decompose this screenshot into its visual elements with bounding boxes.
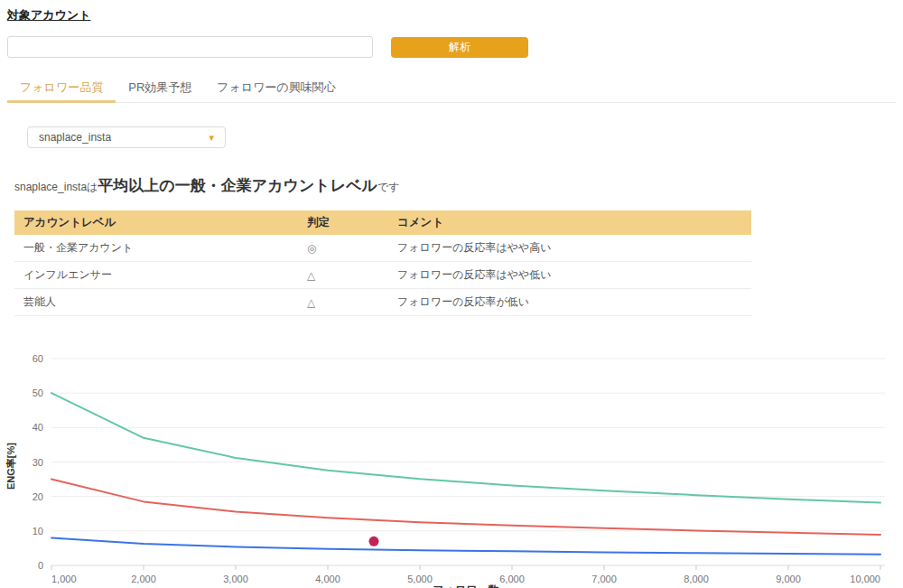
result-headline: snaplace_instaは平均以上の一般・企業アカウントレベルです <box>14 175 896 196</box>
account-select[interactable]: snaplace_insta ▾ <box>27 126 226 148</box>
y-tick-label: 20 <box>33 491 43 502</box>
headline-suffix: です <box>377 181 400 193</box>
cell-comment: フォロワーの反応率が低い <box>388 289 751 316</box>
cell-judgement: △ <box>298 262 388 289</box>
cell-judgement: △ <box>298 289 388 316</box>
cell-account-level: インフルエンサー <box>14 262 298 289</box>
x-tick-label: 2,000 <box>131 574 156 584</box>
tab-follower-quality[interactable]: フォロワー品質 <box>7 74 116 103</box>
y-axis-label: ENG率[%] <box>5 443 16 490</box>
series-line <box>51 537 880 554</box>
series-line <box>51 393 880 502</box>
account-level-table-body: 一般・企業アカウント◎フォロワーの反応率はやや高いインフルエンサー△フォロワーの… <box>14 235 751 316</box>
x-tick-label: 8,000 <box>684 574 709 584</box>
x-tick-label: 5,000 <box>407 574 433 584</box>
x-tick-label: 10,000 <box>850 574 880 584</box>
tab-follower-interests[interactable]: フォロワーの興味関心 <box>204 74 349 103</box>
column-header-account-level: アカウントレベル <box>14 210 298 235</box>
account-input[interactable] <box>7 36 373 58</box>
y-tick-label: 0 <box>38 560 43 571</box>
x-tick-label: 1,000 <box>51 574 77 584</box>
y-tick-label: 10 <box>33 526 43 537</box>
tab-pr-effect[interactable]: PR効果予想 <box>116 74 204 103</box>
headline-prefix: snaplace_instaは <box>14 181 98 193</box>
table-row: インフルエンサー△フォロワーの反応率はやや低い <box>14 262 751 289</box>
headline-emphasis: 平均以上の一般・企業アカウントレベル <box>98 177 377 194</box>
snaplace-insta-point <box>369 537 379 546</box>
column-header-judgement: 判定 <box>298 210 388 235</box>
eng-rate-chart-block: 01020304050601,0002,0003,0004,0005,0006,… <box>0 349 903 588</box>
tab-bar: フォロワー品質 PR効果予想 フォロワーの興味関心 <box>7 74 896 103</box>
chevron-down-icon: ▾ <box>209 133 214 143</box>
table-header-row: アカウントレベル 判定 コメント <box>14 210 751 235</box>
x-tick-label: 9,000 <box>776 574 801 584</box>
cell-judgement: ◎ <box>298 235 388 262</box>
cell-comment: フォロワーの反応率はやや低い <box>388 262 751 289</box>
series-line <box>51 480 880 535</box>
eng-chart: 01020304050601,0002,0003,0004,0005,0006,… <box>0 349 903 588</box>
page-title: 対象アカウント <box>7 7 896 23</box>
analyze-button[interactable]: 解析 <box>391 37 528 58</box>
x-tick-label: 3,000 <box>223 574 248 584</box>
y-tick-label: 50 <box>33 387 43 398</box>
cell-account-level: 一般・企業アカウント <box>14 235 298 262</box>
cell-account-level: 芸能人 <box>14 289 298 316</box>
x-tick-label: 6,000 <box>499 574 525 584</box>
cell-comment: フォロワーの反応率はやや高い <box>388 235 751 262</box>
account-level-table: アカウントレベル 判定 コメント 一般・企業アカウント◎フォロワーの反応率はやや… <box>14 210 751 316</box>
x-tick-label: 7,000 <box>591 574 617 584</box>
y-tick-label: 60 <box>33 353 43 364</box>
table-row: 芸能人△フォロワーの反応率が低い <box>14 289 751 316</box>
x-tick-label: 4,000 <box>315 574 340 584</box>
table-row: 一般・企業アカウント◎フォロワーの反応率はやや高い <box>14 235 751 262</box>
y-tick-label: 30 <box>33 457 43 468</box>
column-header-comment: コメント <box>388 210 751 235</box>
page: 対象アカウント 解析 フォロワー品質 PR効果予想 フォロワーの興味関心 sna… <box>0 0 903 588</box>
y-tick-label: 40 <box>33 422 43 433</box>
x-axis-label: フォロワー数 <box>433 583 499 588</box>
account-select-value: snaplace_insta <box>39 131 111 144</box>
search-row: 解析 <box>7 36 896 58</box>
